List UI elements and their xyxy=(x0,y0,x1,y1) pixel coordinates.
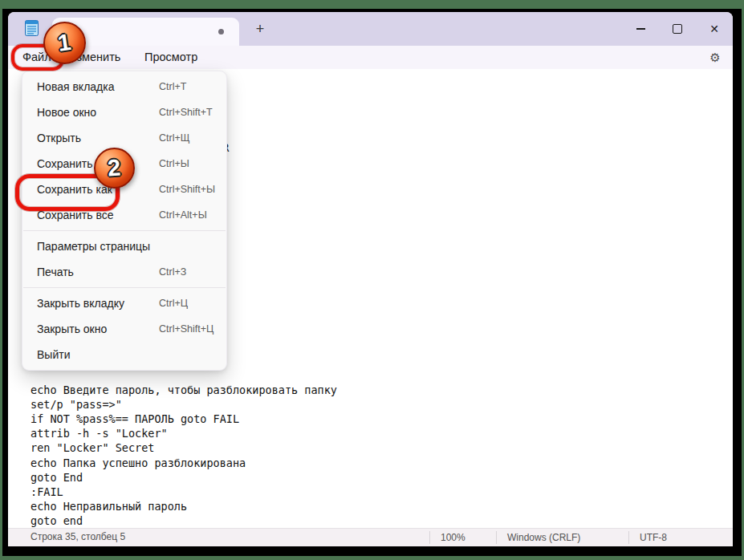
step-1-badge: 1 xyxy=(43,22,86,64)
menu-item-open[interactable]: Открыть Ctrl+Щ xyxy=(22,125,226,151)
notepad-app-icon xyxy=(25,19,39,36)
editor-text[interactable]: echo Введите пароль, чтобы разблокироват… xyxy=(30,383,337,529)
zoom-level: 100% xyxy=(429,531,497,544)
cursor-position: Строка 35, столбец 5 xyxy=(30,529,125,546)
titlebar: + ✕ xyxy=(8,12,733,46)
file-menu-popup: Новая вкладка Ctrl+Т Новое окно Ctrl+Shi… xyxy=(22,71,227,371)
menu-separator xyxy=(23,287,226,288)
line-ending-indicator: Windows (CRLF) xyxy=(496,531,629,544)
maximize-button[interactable] xyxy=(659,12,696,46)
minimize-icon xyxy=(636,28,645,29)
close-icon: ✕ xyxy=(709,23,719,34)
unsaved-changes-icon xyxy=(218,29,224,34)
menu-view[interactable]: Просмотр xyxy=(141,49,201,65)
menu-separator xyxy=(23,230,226,231)
encoding-indicator: UTF-8 xyxy=(628,531,734,544)
menu-item-new-tab[interactable]: Новая вкладка Ctrl+Т xyxy=(22,74,226,99)
menu-item-print[interactable]: Печать Ctrl+З xyxy=(22,259,226,285)
menu-item-close-tab[interactable]: Закрыть вкладку Ctrl+Ц xyxy=(22,290,226,316)
window-controls: ✕ xyxy=(622,12,733,46)
settings-button[interactable]: ⚙ xyxy=(705,48,725,67)
maximize-icon xyxy=(673,24,682,34)
notepad-window: + ✕ Файл Изменить Просмотр ⚙ echo Введит… xyxy=(8,12,733,546)
close-button[interactable]: ✕ xyxy=(696,12,733,46)
menu-item-close-window[interactable]: Закрыть окно Ctrl+Shift+Ц xyxy=(22,316,226,342)
minimize-button[interactable] xyxy=(622,12,659,46)
new-tab-button[interactable]: + xyxy=(250,19,270,39)
menubar: Файл Изменить Просмотр ⚙ xyxy=(8,46,733,69)
statusbar: Строка 35, столбец 5 100% Windows (CRLF)… xyxy=(8,528,733,546)
gear-icon: ⚙ xyxy=(709,51,720,65)
step-2-badge: 2 xyxy=(94,148,135,189)
menu-item-exit[interactable]: Выйти xyxy=(22,342,226,367)
menu-item-page-setup[interactable]: Параметры страницы xyxy=(22,233,226,259)
menu-item-new-window[interactable]: Новое окно Ctrl+Shift+Т xyxy=(22,99,226,125)
